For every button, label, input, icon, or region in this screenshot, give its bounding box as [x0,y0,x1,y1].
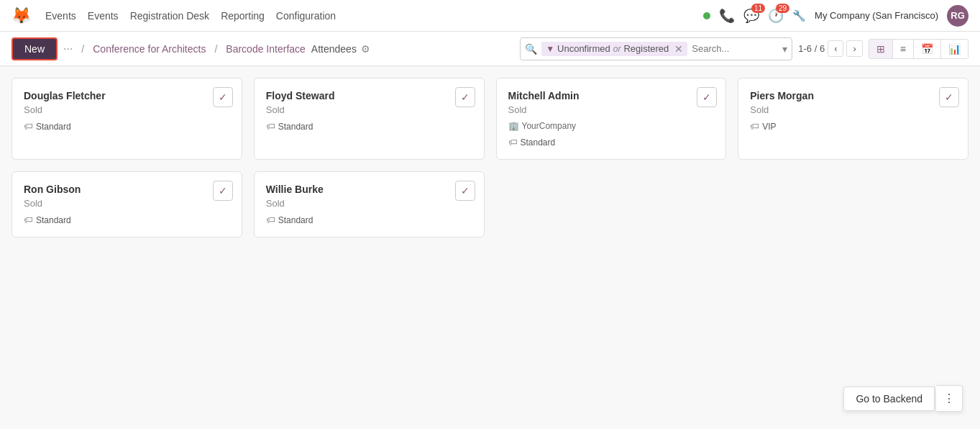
card-checkbox[interactable]: ✓ [455,87,475,107]
card-attendee-name: Floyd Steward [266,90,472,101]
card-ticket: 🏷 VIP [750,121,956,132]
nav-registration-desk[interactable]: Registration Desk [130,10,210,22]
ticket-icon: 🏷 [750,121,759,132]
filter-icon: ▼ [546,44,554,54]
card-status: Sold [24,198,230,209]
card-attendee-name: Piers Morgan [750,90,956,101]
chat-icon[interactable]: 💬 11 [743,8,759,24]
company-name: My Company (San Francisco) [815,10,938,21]
page-title: Attendees [311,43,357,55]
search-box: 🔍 ▼ Unconfirmed or Registered ✕ ▾ [520,37,792,60]
subheader: New ··· / Conference for Architects / Ba… [0,32,980,66]
goto-backend-more-button[interactable]: ⋮ [936,385,963,412]
attendee-card[interactable]: ✓ Mitchell Admin Sold 🏢 YourCompany 🏷 St… [496,78,727,160]
card-ticket: 🏷 Standard [508,137,715,148]
card-company: 🏢 YourCompany [508,121,715,131]
ticket-icon: 🏷 [508,137,518,148]
ticket-label: Standard [36,215,71,225]
ticket-label: Standard [521,137,556,148]
prev-page-button[interactable]: ‹ [828,40,843,57]
breadcrumb-barcode[interactable]: Barcode Interface [226,43,306,55]
activity-icon[interactable]: 🕐 29 [768,8,784,24]
breadcrumb-conference[interactable]: Conference for Architects [93,43,206,55]
search-input[interactable] [692,43,778,54]
new-button[interactable]: New [12,37,58,60]
pagination-label: 1-6 / 6 [798,43,825,54]
filter-remove-button[interactable]: ✕ [674,43,683,55]
card-checkbox[interactable]: ✓ [213,181,233,201]
calendar-view-button[interactable]: 📅 [914,40,941,58]
card-status: Sold [750,104,956,115]
next-page-button[interactable]: › [846,40,862,57]
breadcrumb-dots[interactable]: ··· [63,42,73,55]
status-indicator [703,12,710,19]
card-status: Sold [508,104,715,115]
nav-events-app[interactable]: Events [45,10,76,22]
card-status: Sold [266,104,472,115]
card-attendee-name: Mitchell Admin [508,90,715,101]
settings-icon[interactable]: 🔧 [792,9,806,22]
app-logo[interactable]: 🦊 [12,6,31,25]
page-title-section: Attendees ⚙ [311,43,370,55]
ticket-icon: 🏷 [24,214,33,225]
attendee-card[interactable]: ✓ Douglas Fletcher Sold 🏷 Standard [12,78,242,160]
attendee-card[interactable]: ✓ Willie Burke Sold 🏷 Standard [254,171,485,238]
search-dropdown-button[interactable]: ▾ [782,43,787,55]
filter-value: Registered [623,43,669,54]
card-attendee-name: Ron Gibson [24,184,230,195]
filter-or: or [613,44,621,54]
attendee-card[interactable]: ✓ Piers Morgan Sold 🏷 VIP [738,78,968,160]
nav-reporting[interactable]: Reporting [221,10,265,22]
breadcrumb-sep-1: / [81,43,84,55]
phone-icon[interactable]: 📞 [719,8,735,24]
pagination: 1-6 / 6 ‹ › [798,40,863,57]
card-ticket: 🏷 Standard [24,121,230,132]
card-ticket: 🏷 Standard [24,214,230,225]
ticket-icon: 🏷 [24,121,33,132]
main-content: ✓ Douglas Fletcher Sold 🏷 Standard ✓ Flo… [0,66,980,429]
chart-view-button[interactable]: 📊 [941,40,968,58]
card-attendee-name: Douglas Fletcher [24,90,230,101]
filter-tag: ▼ Unconfirmed or Registered ✕ [541,42,687,56]
ticket-label: VIP [762,122,776,132]
nav-right-section: 📞 💬 11 🕐 29 🔧 My Company (San Francisco)… [703,5,968,27]
card-checkbox[interactable]: ✓ [697,87,717,107]
ticket-label: Standard [36,122,71,132]
activity-badge: 29 [776,4,789,13]
filter-label: Unconfirmed [557,43,610,54]
card-ticket: 🏷 Standard [266,121,472,132]
card-ticket: 🏷 Standard [266,214,472,225]
nav-configuration[interactable]: Configuration [276,10,336,22]
top-navigation: 🦊 Events Events Registration Desk Report… [0,0,980,32]
card-status: Sold [266,198,472,209]
avatar[interactable]: RG [947,5,968,27]
card-attendee-name: Willie Burke [266,184,472,195]
bottom-bar: Go to Backend ⋮ [843,385,963,412]
gear-icon[interactable]: ⚙ [361,43,370,55]
attendee-card[interactable]: ✓ Floyd Steward Sold 🏷 Standard [254,78,485,160]
goto-backend-button[interactable]: Go to Backend [843,387,935,411]
breadcrumb-sep-2: / [214,43,217,55]
kanban-view-button[interactable]: ⊞ [869,40,893,58]
card-checkbox[interactable]: ✓ [213,87,233,107]
attendees-grid: ✓ Douglas Fletcher Sold 🏷 Standard ✓ Flo… [12,78,968,238]
card-status: Sold [24,104,230,115]
ticket-label: Standard [278,122,313,132]
company-icon: 🏢 [508,121,519,131]
nav-links: Events Events Registration Desk Reportin… [45,10,336,22]
company-name-label: YourCompany [522,121,577,131]
ticket-label: Standard [278,215,313,225]
ticket-icon: 🏷 [266,121,275,132]
list-view-button[interactable]: ≡ [893,40,914,58]
nav-events[interactable]: Events [88,10,119,22]
filter-bar: 🔍 ▼ Unconfirmed or Registered ✕ ▾ 1-6 / … [520,37,968,60]
chat-badge: 11 [751,4,765,13]
card-checkbox[interactable]: ✓ [939,87,959,107]
attendee-card[interactable]: ✓ Ron Gibson Sold 🏷 Standard [12,171,242,238]
view-toggles: ⊞ ≡ 📅 📊 [869,39,968,59]
ticket-icon: 🏷 [266,214,275,225]
card-checkbox[interactable]: ✓ [455,181,475,201]
search-icon: 🔍 [525,43,537,55]
